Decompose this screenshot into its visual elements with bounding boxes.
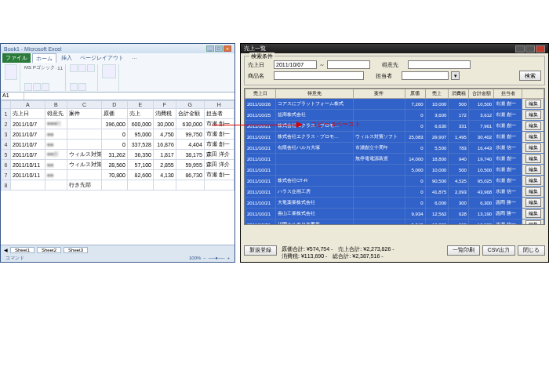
align-left-button[interactable]: [70, 64, 78, 72]
edit-button[interactable]: 編集: [525, 187, 541, 196]
col-header[interactable]: A: [11, 101, 45, 109]
align-right-button[interactable]: [87, 64, 95, 72]
grid-row[interactable]: 2011/10/21株式会社エクラス・プロモ…06,6303317,961市瀬 …: [245, 121, 544, 132]
edit-button[interactable]: 編集: [525, 209, 541, 218]
edit-button[interactable]: 編集: [525, 122, 541, 130]
close-button[interactable]: 閉じる: [518, 245, 545, 256]
grid-row[interactable]: 2011/10/26コアスにプラットフォーム株式7,20010,00050010…: [245, 99, 544, 110]
excel-window: Book1 - Microsoft Excel _ □ × ファイル ホーム 挿…: [0, 43, 235, 263]
edit-button[interactable]: 編集: [525, 176, 541, 185]
table-row[interactable]: 32011/10/7■■095,0004,75099,750市瀬 創一: [2, 129, 235, 140]
sheet-tab[interactable]: Sheet3: [64, 247, 88, 253]
grid-row[interactable]: 2011/10/21株式会社エクラス・プロモ…ウィルス対策ソフト25,08329…: [245, 132, 544, 143]
edit-button[interactable]: 編集: [525, 111, 541, 119]
minimize-icon[interactable]: _: [206, 45, 214, 52]
person-input[interactable]: [402, 71, 449, 80]
date-to-input[interactable]: [327, 60, 370, 69]
grid-header[interactable]: 売上: [425, 89, 449, 99]
zoom-out-icon[interactable]: −: [203, 256, 206, 260]
col-header[interactable]: F: [153, 101, 176, 109]
dropdown-icon[interactable]: ▾: [451, 71, 460, 80]
font-name[interactable]: MS Pゴシック: [24, 64, 55, 71]
edit-button[interactable]: 編集: [525, 154, 541, 163]
edit-button[interactable]: 編集: [525, 198, 541, 207]
row-header[interactable]: 1: [2, 109, 11, 119]
minimize-icon[interactable]: [515, 45, 525, 53]
grid-header[interactable]: 得意先: [275, 89, 353, 99]
grid-header[interactable]: 消費税: [449, 89, 469, 99]
table-row[interactable]: 8行き先部: [2, 180, 235, 191]
sheet-tab[interactable]: Sheet1: [10, 247, 35, 253]
tab-layout[interactable]: ページレイアウト: [77, 53, 127, 63]
date-from-input[interactable]: [274, 60, 317, 69]
table-row[interactable]: 22011/10/7■■■社396,000600,00030,000630,00…: [2, 119, 235, 129]
table-row[interactable]: 72011/10/11■■70,80082,6004,13086,730市瀬 創…: [2, 170, 235, 180]
date-dash: ～: [319, 61, 325, 69]
grid-header[interactable]: 担当者: [494, 89, 522, 99]
excel-statusbar: コマンド 100% − ──●── +: [1, 254, 235, 262]
bold-button[interactable]: [24, 83, 32, 91]
grid-header[interactable]: 合計金額: [468, 89, 493, 99]
table-row[interactable]: 52011/10/7■■所ウィルス対策ソフト更新31,26236,3501,81…: [2, 150, 235, 160]
grid-header[interactable]: 原価: [405, 89, 425, 99]
paste-button[interactable]: [5, 64, 17, 80]
print-button[interactable]: 一覧印刷: [447, 245, 480, 256]
col-header[interactable]: H: [204, 101, 234, 109]
merge-button[interactable]: [78, 83, 86, 91]
close-icon[interactable]: ×: [224, 45, 231, 52]
tab-insert[interactable]: 挿入: [58, 53, 75, 63]
col-header[interactable]: C: [67, 101, 102, 109]
grid-header[interactable]: [522, 89, 544, 99]
csv-button[interactable]: CSV出力: [482, 245, 515, 256]
table-row[interactable]: 42011/10/7■■0337,52816,8764,404市瀬 創一: [2, 140, 235, 150]
client-label: 得意先: [382, 61, 405, 69]
client-input[interactable]: [408, 60, 471, 69]
zoom-slider[interactable]: ──●──: [209, 256, 225, 260]
tab-home[interactable]: ホーム: [32, 53, 56, 63]
grid-row[interactable]: 2011/10/21無停電電源装置14,00018,80094019,740市瀬…: [245, 154, 544, 165]
zoom-in-icon[interactable]: +: [227, 256, 230, 260]
table-row[interactable]: 62011/10/11■■ウィルス対策ソフト購入(集中管理・クライストール付)2…: [2, 160, 235, 170]
maximize-icon[interactable]: [525, 45, 535, 53]
grid-row[interactable]: 2011/10/21川岡ホルモロ大事業5,04010,00050010,500水…: [245, 220, 544, 226]
close-icon[interactable]: [536, 45, 545, 53]
product-input[interactable]: [274, 71, 364, 80]
col-header[interactable]: E: [127, 101, 153, 109]
col-header[interactable]: B: [45, 101, 67, 109]
wrap-button[interactable]: [70, 83, 78, 91]
edit-button[interactable]: 編集: [525, 220, 541, 225]
edit-button[interactable]: 編集: [525, 132, 541, 141]
excel-grid[interactable]: ABCDEFGH1売上日得意先案件原価売上消費税合計金額担当者22011/10/…: [1, 100, 235, 249]
formula-bar[interactable]: A1: [1, 93, 235, 100]
search-button[interactable]: 検索: [519, 71, 541, 81]
tab-more[interactable]: …: [129, 53, 140, 63]
underline-button[interactable]: [42, 83, 49, 91]
grid-row[interactable]: 2011/10/21ハラス企画工房041,8752,09343,968水瀬 信一…: [245, 187, 544, 198]
sheet-nav-icon[interactable]: ◀: [4, 247, 8, 252]
col-header[interactable]: [2, 101, 11, 109]
sheet-tab[interactable]: Sheet2: [37, 247, 61, 253]
new-button[interactable]: 新規登録: [244, 245, 277, 256]
font-size[interactable]: 11: [57, 66, 63, 71]
italic-button[interactable]: [33, 83, 41, 91]
grid-row[interactable]: 2011/10/25益商株式会社03,6001723,612市瀬 創一編集: [245, 110, 544, 121]
grid-row[interactable]: 2011/10/21株式会社CT-R090,5004,52595,025市瀬 創…: [245, 176, 544, 187]
align-center-button[interactable]: [78, 64, 86, 72]
tab-file[interactable]: ファイル: [2, 53, 31, 63]
sales-datagrid[interactable]: 売上日得意先案件原価売上消費税合計金額担当者2011/10/26コアスにプラット…: [244, 88, 545, 225]
styles-button[interactable]: [102, 64, 116, 78]
grid-header[interactable]: 売上日: [245, 89, 276, 99]
grid-row[interactable]: 2011/10/21喜山工業株式会社9,93412,56262813,190西岡…: [245, 209, 544, 220]
maximize-icon[interactable]: □: [215, 45, 223, 52]
edit-button[interactable]: 編集: [525, 143, 541, 152]
edit-button[interactable]: 編集: [525, 100, 541, 108]
col-header[interactable]: G: [176, 101, 204, 109]
grid-header[interactable]: 案件: [353, 89, 405, 99]
col-header[interactable]: D: [101, 101, 127, 109]
grid-row[interactable]: 2011/10/21大竜薬業株式会社06,0003006,300西岡 勝一編集: [245, 198, 544, 209]
grid-row[interactable]: 2011/10/21有限会社ハルカ大塚市瀬創立十周年05,50078316,44…: [245, 143, 544, 154]
status-text: コマンド: [5, 255, 24, 262]
name-box[interactable]: A1: [1, 93, 24, 100]
grid-row[interactable]: 2011/10/215,00010,00050010,500市瀬 創一編集: [245, 165, 544, 176]
edit-button[interactable]: 編集: [525, 165, 541, 174]
